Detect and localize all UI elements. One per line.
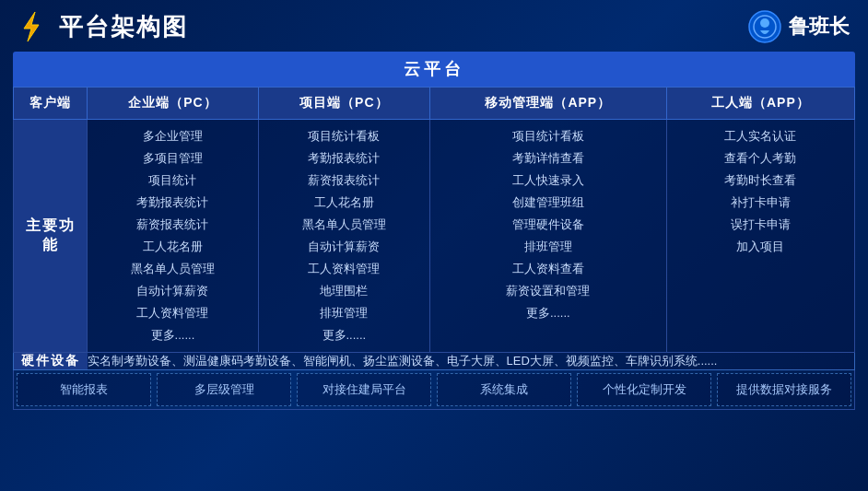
list-item: 查看个人考勤 bbox=[724, 147, 796, 170]
list-item: 更多...... bbox=[151, 324, 195, 346]
feature-smart-reports: 智能报表 bbox=[17, 373, 151, 406]
list-item: 黑名单人员管理 bbox=[131, 258, 215, 280]
col-mobile: 移动管理端（APP） bbox=[429, 88, 666, 120]
worker-feature-list: 工人实名认证 查看个人考勤 考勤时长查看 补打卡申请 误打卡申请 加入项目 bbox=[673, 125, 849, 258]
hardware-row: 硬件设备 实名制考勤设备、测温健康码考勤设备、智能闸机、扬尘监测设备、电子大屏、… bbox=[14, 353, 855, 370]
hardware-label: 硬件设备 bbox=[14, 353, 88, 370]
list-item: 薪资报表统计 bbox=[136, 214, 208, 236]
cloud-platform-bar: 云平台 bbox=[13, 52, 855, 87]
col-client: 客户端 bbox=[14, 88, 88, 120]
logo-icon bbox=[15, 10, 48, 43]
svg-marker-0 bbox=[24, 12, 39, 41]
list-item: 工人快速录入 bbox=[512, 170, 584, 192]
list-item: 工人实名认证 bbox=[724, 125, 796, 147]
hardware-content: 实名制考勤设备、测温健康码考勤设备、智能闸机、扬尘监测设备、电子大屏、LED大屏… bbox=[88, 353, 855, 370]
list-item: 考勤报表统计 bbox=[308, 147, 380, 170]
list-item: 工人花名册 bbox=[314, 192, 374, 214]
list-item: 薪资设置和管理 bbox=[506, 280, 590, 302]
feature-data-service: 提供数据对接服务 bbox=[717, 373, 851, 406]
list-item: 多企业管理 bbox=[143, 125, 203, 147]
platform-table: 客户端 企业端（PC） 项目端（PC） 移动管理端（APP） 工人端（APP） … bbox=[13, 87, 855, 370]
mobile-features: 项目统计看板 考勤详情查看 工人快速录入 创建管理班组 管理硬件设备 排班管理 … bbox=[429, 120, 666, 353]
column-header-row: 客户端 企业端（PC） 项目端（PC） 移动管理端（APP） 工人端（APP） bbox=[14, 88, 855, 120]
col-project: 项目端（PC） bbox=[258, 88, 429, 120]
header-left: 平台架构图 bbox=[15, 10, 188, 43]
list-item: 排班管理 bbox=[320, 302, 368, 324]
feature-gov-platform: 对接住建局平台 bbox=[297, 373, 431, 406]
header: 平台架构图 鲁班长 bbox=[0, 0, 868, 52]
brand-name: 鲁班长 bbox=[789, 13, 850, 41]
list-item: 考勤报表统计 bbox=[136, 192, 208, 214]
list-item: 更多...... bbox=[526, 302, 570, 324]
page-title: 平台架构图 bbox=[59, 11, 188, 43]
list-item: 工人资料管理 bbox=[308, 258, 380, 280]
brand-icon bbox=[748, 10, 781, 43]
main-func-label: 主要功能 bbox=[14, 120, 88, 353]
feature-multilevel: 多层级管理 bbox=[157, 373, 291, 406]
list-item: 黑名单人员管理 bbox=[302, 214, 386, 236]
list-item: 误打卡申请 bbox=[731, 214, 791, 236]
feature-integration: 系统集成 bbox=[437, 373, 571, 406]
brand-logo: 鲁班长 bbox=[748, 10, 850, 43]
col-worker: 工人端（APP） bbox=[666, 88, 854, 120]
project-features: 项目统计看板 考勤报表统计 薪资报表统计 工人花名册 黑名单人员管理 自动计算薪… bbox=[258, 120, 429, 353]
list-item: 创建管理班组 bbox=[512, 192, 584, 214]
bottom-features: 智能报表 多层级管理 对接住建局平台 系统集成 个性化定制开发 提供数据对接服务 bbox=[13, 370, 855, 410]
list-item: 考勤详情查看 bbox=[512, 147, 584, 170]
list-item: 地理围栏 bbox=[320, 280, 368, 302]
enterprise-features: 多企业管理 多项目管理 项目统计 考勤报表统计 薪资报表统计 工人花名册 黑名单… bbox=[88, 120, 259, 353]
list-item: 项目统计看板 bbox=[512, 125, 584, 147]
list-item: 补打卡申请 bbox=[731, 192, 791, 214]
list-item: 排班管理 bbox=[524, 236, 572, 258]
col-enterprise: 企业端（PC） bbox=[88, 88, 259, 120]
svg-point-3 bbox=[760, 18, 769, 28]
list-item: 自动计算薪资 bbox=[136, 280, 208, 302]
list-item: 自动计算薪资 bbox=[308, 236, 380, 258]
project-feature-list: 项目统计看板 考勤报表统计 薪资报表统计 工人花名册 黑名单人员管理 自动计算薪… bbox=[264, 125, 424, 346]
list-item: 工人资料管理 bbox=[136, 302, 208, 324]
list-item: 管理硬件设备 bbox=[512, 214, 584, 236]
list-item: 薪资报表统计 bbox=[308, 170, 380, 192]
list-item: 更多...... bbox=[323, 324, 367, 346]
list-item: 加入项目 bbox=[736, 236, 784, 258]
enterprise-feature-list: 多企业管理 多项目管理 项目统计 考勤报表统计 薪资报表统计 工人花名册 黑名单… bbox=[93, 125, 252, 346]
list-item: 项目统计 bbox=[148, 170, 196, 192]
list-item: 工人资料查看 bbox=[512, 258, 584, 280]
main-content: 云平台 客户端 企业端（PC） 项目端（PC） 移动管理端（APP） 工人端（A… bbox=[0, 52, 868, 419]
list-item: 考勤时长查看 bbox=[724, 170, 796, 192]
list-item: 工人花名册 bbox=[143, 236, 203, 258]
worker-features: 工人实名认证 查看个人考勤 考勤时长查看 补打卡申请 误打卡申请 加入项目 bbox=[666, 120, 854, 353]
list-item: 项目统计看板 bbox=[308, 125, 380, 147]
list-item: 多项目管理 bbox=[143, 147, 203, 170]
mobile-feature-list: 项目统计看板 考勤详情查看 工人快速录入 创建管理班组 管理硬件设备 排班管理 … bbox=[436, 125, 661, 324]
main-features-row: 主要功能 多企业管理 多项目管理 项目统计 考勤报表统计 薪资报表统计 工人花名… bbox=[14, 120, 855, 353]
feature-custom-dev: 个性化定制开发 bbox=[577, 373, 711, 406]
